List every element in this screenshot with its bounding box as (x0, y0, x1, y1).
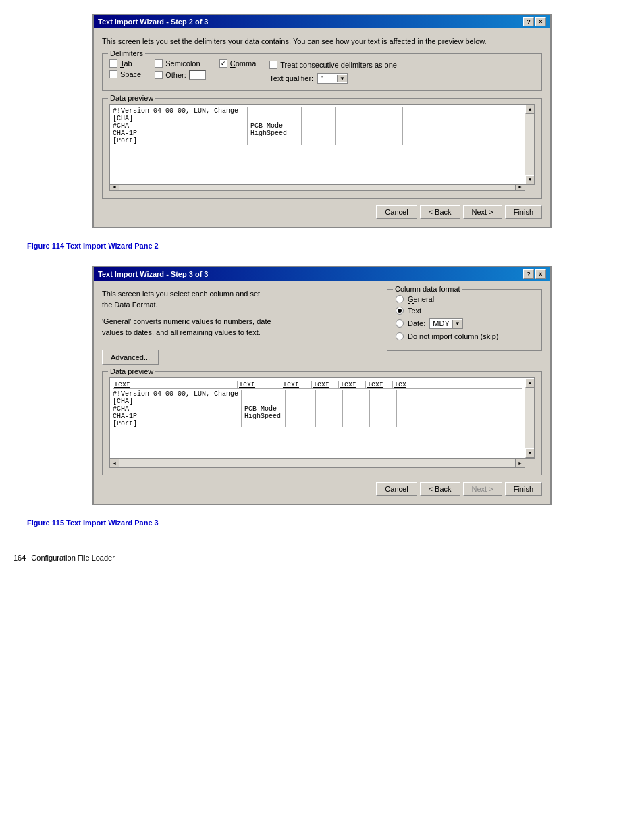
p2-line1: #!Version 04_00_00, LUN, Change (113, 390, 238, 398)
other-checkbox[interactable] (155, 71, 163, 79)
data-preview-group2: Data preview Text Text Text Text (102, 371, 542, 475)
p2-col2-line1 (244, 390, 285, 398)
delimiters-label: Delimiters (108, 49, 145, 57)
data-preview-label1: Data preview (108, 94, 155, 102)
preview-line1: #!Version 04_00_00, LUN, Change (113, 107, 244, 115)
hscroll-left2[interactable]: ◄ (110, 459, 119, 467)
comma-checkbox[interactable] (219, 59, 227, 68)
desc-right: 'General' converts numeric values to num… (102, 317, 379, 338)
figure-caption1: Figure 114 Text Import Wizard Pane 2 (27, 242, 630, 250)
vscroll-up2[interactable]: ▲ (525, 378, 535, 388)
data-preview-group1: Data preview #!Version 04_00_00, LUN, Ch… (102, 98, 542, 199)
advanced-button[interactable]: Advanced... (102, 350, 159, 365)
tab-checkbox-row: Tab (109, 59, 141, 68)
finish-button2[interactable]: Finish (505, 482, 542, 496)
date-radio[interactable] (396, 319, 404, 328)
p2-line3: #CHA (113, 405, 238, 413)
delimiters-group: Delimiters Tab Space Semicolon (102, 53, 542, 91)
dialog-step2: Text Import Wizard - Step 2 of 3 ? × Thi… (92, 14, 552, 228)
column-format-label: Column data format (393, 285, 462, 293)
preview-line3: #CHA (113, 122, 244, 130)
space-checkbox[interactable] (109, 70, 117, 78)
titlebar-buttons2: ? × (523, 269, 546, 279)
preview-line5: [Port] (113, 137, 244, 145)
cancel-button1[interactable]: Cancel (376, 205, 417, 219)
dialog-title-step3: Text Import Wizard - Step 3 of 3 (98, 270, 209, 278)
help-button[interactable]: ? (523, 17, 534, 26)
qualifier-value: " (318, 74, 337, 83)
header-text2: Text (238, 381, 281, 388)
general-label: General (408, 295, 434, 303)
header-text3: Text (281, 381, 312, 388)
qualifier-select[interactable]: " ▼ (317, 73, 348, 84)
next-button2[interactable]: Next > (463, 482, 502, 496)
description-text-step2: This screen lets you set the delimiters … (102, 36, 542, 47)
p2-col2-line4: HighSpeed (244, 413, 285, 420)
preview-line4: CHA-1P (113, 130, 244, 137)
preview-col2-line5 (250, 137, 301, 145)
date-format-select[interactable]: MDY ▼ (429, 318, 462, 329)
vscroll-up1[interactable]: ▲ (525, 105, 535, 114)
close-button[interactable]: × (535, 17, 546, 26)
tab-checkbox[interactable] (109, 59, 117, 68)
data-preview-label2: Data preview (108, 367, 155, 375)
comma-label: Comma (230, 59, 257, 68)
dialog-body-step2: This screen lets you set the delimiters … (94, 28, 550, 227)
tab-label: Tab (120, 59, 132, 68)
titlebar-step2: Text Import Wizard - Step 2 of 3 ? × (94, 15, 550, 28)
date-format-arrow[interactable]: ▼ (452, 320, 462, 328)
delimiters-options: Tab Space Semicolon Other: (109, 59, 535, 84)
delimiters-left-col: Tab Space (109, 59, 141, 78)
comma-checkbox-row: Comma (219, 59, 257, 68)
back-button2[interactable]: < Back (420, 482, 460, 496)
dialog-step3: Text Import Wizard - Step 3 of 3 ? × Thi… (92, 266, 552, 505)
semicolon-checkbox[interactable] (155, 59, 163, 68)
date-format-value: MDY (430, 319, 452, 328)
header-text1: Text (113, 381, 238, 388)
back-button1[interactable]: < Back (420, 205, 460, 219)
close-button2[interactable]: × (535, 269, 546, 279)
qualifier-row: Text qualifier: " ▼ (269, 73, 397, 84)
other-input[interactable] (189, 70, 206, 80)
p2-line2: [CHA] (113, 398, 238, 405)
desc-left: This screen lets you select each column … (102, 289, 379, 310)
text-radio[interactable] (396, 307, 404, 315)
finish-button1[interactable]: Finish (505, 205, 542, 219)
semicolon-label: Semicolon (165, 59, 200, 68)
header-text7: Tex (393, 381, 417, 388)
space-checkbox-row: Space (109, 70, 141, 78)
date-option: Date: MDY ▼ (396, 318, 533, 329)
button-row2: Cancel < Back Next > Finish (102, 482, 542, 496)
p2-col2-line5 (244, 420, 285, 427)
qualifier-arrow[interactable]: ▼ (337, 75, 347, 82)
cancel-button2[interactable]: Cancel (376, 482, 417, 496)
skip-label: Do not import column (skip) (408, 332, 499, 340)
text-label: Text (408, 307, 421, 315)
general-radio[interactable] (396, 295, 404, 303)
text-option: Text (396, 307, 533, 315)
p2-line4: CHA-1P (113, 413, 238, 420)
titlebar-step3: Text Import Wizard - Step 3 of 3 ? × (94, 267, 550, 281)
consecutive-checkbox[interactable] (269, 61, 277, 69)
page-number: 164 (14, 554, 26, 562)
consecutive-checkbox-row: Treat consecutive delimiters as one (269, 61, 397, 69)
hscroll-right2[interactable]: ► (515, 459, 525, 467)
general-option: General (396, 295, 533, 303)
space-label: Space (120, 70, 141, 78)
p2-col2-line2 (244, 398, 285, 405)
next-button1[interactable]: Next > (463, 205, 502, 219)
column-format-box: Column data format General Text Date: MD… (387, 289, 542, 371)
skip-radio[interactable] (396, 332, 404, 340)
preview-area2: Text Text Text Text Text Text Tex (109, 377, 535, 459)
vscroll-down2[interactable]: ▼ (525, 448, 535, 458)
skip-option: Do not import column (skip) (396, 332, 533, 340)
column-format-group: Column data format General Text Date: MD… (387, 289, 542, 351)
semicolon-checkbox-row: Semicolon (155, 59, 206, 68)
delimiters-mid-col: Semicolon Other: (155, 59, 206, 80)
preview-area1: #!Version 04_00_00, LUN, Change [CHA] #C… (109, 104, 535, 185)
delimiters-right-col: Treat consecutive delimiters as one Text… (269, 59, 397, 84)
vscroll-down1[interactable]: ▼ (525, 175, 535, 184)
header-text4: Text (312, 381, 339, 388)
help-button2[interactable]: ? (523, 269, 534, 279)
preview-line2: [CHA] (113, 115, 244, 122)
